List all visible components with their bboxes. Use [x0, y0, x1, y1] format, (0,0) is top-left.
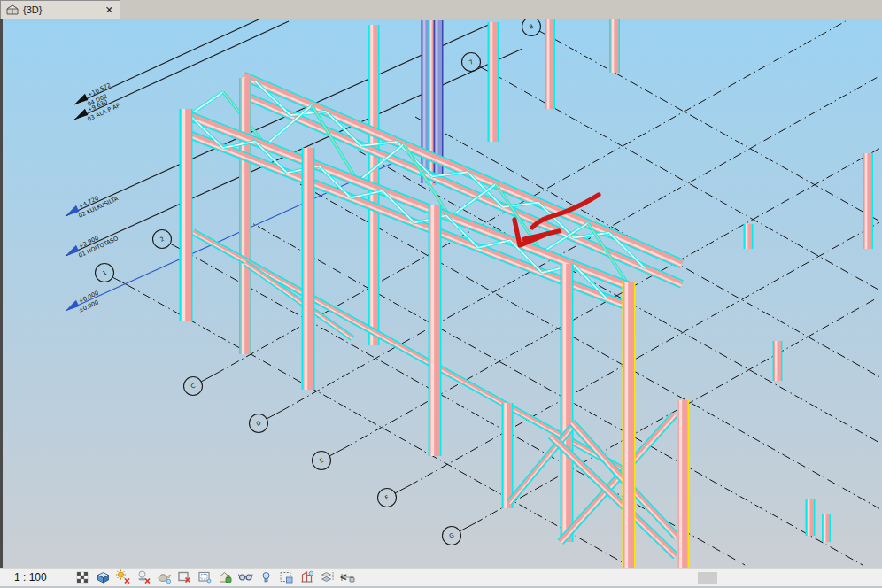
highlight-displacement-sets-button[interactable] — [319, 569, 336, 585]
reveal-hidden-elements-button[interactable] — [258, 569, 275, 585]
crop-view-icon — [176, 569, 193, 585]
crop-view-button[interactable] — [176, 569, 193, 585]
3d-viewport[interactable]: 1278CDEFG+10.57204 D02+9.63003 ALA P AP+… — [0, 19, 882, 568]
detail-level-button[interactable] — [74, 569, 91, 585]
unlocked-3d-view-button[interactable] — [217, 569, 234, 585]
view-control-bar: 1 : 100 < — [0, 568, 882, 588]
show-crop-region-button[interactable] — [197, 569, 213, 585]
temporary-view-properties-icon — [278, 569, 295, 585]
expand-chevron-icon[interactable]: < — [340, 570, 347, 584]
show-rendering-dialog-icon — [156, 569, 173, 585]
temporary-view-properties-button[interactable] — [278, 569, 295, 585]
view-tab-title: {3D} — [23, 4, 42, 15]
3d-home-icon — [6, 4, 19, 16]
sun-path-button[interactable] — [115, 569, 132, 585]
temporary-hide-isolate-icon — [237, 569, 254, 585]
view-tab-bar: {3D} ✕ — [0, 0, 882, 19]
view-control-icons — [74, 569, 356, 585]
show-analytical-model-icon — [298, 569, 315, 585]
show-rendering-dialog-button[interactable] — [156, 569, 173, 585]
close-tab-icon[interactable]: ✕ — [105, 4, 113, 16]
visual-style-icon — [95, 569, 112, 585]
highlight-displacement-sets-icon — [319, 569, 336, 585]
shadows-icon — [135, 569, 152, 585]
temporary-hide-isolate-button[interactable] — [237, 569, 254, 585]
visual-style-button[interactable] — [95, 569, 112, 585]
horizontal-scrollbar-thumb[interactable] — [698, 572, 717, 584]
shadows-button[interactable] — [135, 569, 152, 585]
view-scale-button[interactable]: 1 : 100 — [14, 571, 47, 584]
show-analytical-model-button[interactable] — [298, 569, 315, 585]
3d-scene-canvas[interactable]: 1278CDEFG+10.57204 D02+9.63003 ALA P AP+… — [3, 19, 882, 568]
reveal-hidden-elements-icon — [258, 569, 275, 585]
sun-path-icon — [115, 569, 132, 585]
detail-level-icon — [74, 569, 91, 585]
show-crop-region-icon — [197, 569, 213, 585]
unlocked-3d-view-icon — [217, 569, 234, 585]
view-tab-3d[interactable]: {3D} ✕ — [0, 0, 120, 19]
